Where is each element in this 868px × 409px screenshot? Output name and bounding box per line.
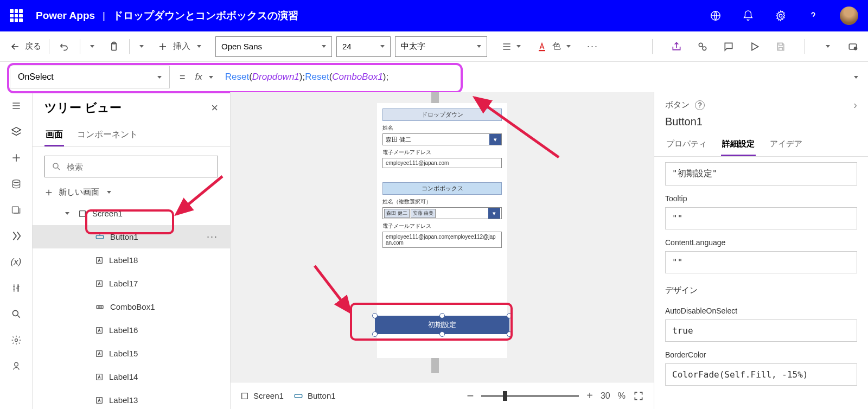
- help-icon[interactable]: [807, 10, 819, 22]
- new-screen-button[interactable]: 新しい画面: [33, 183, 230, 202]
- app-checker-icon[interactable]: [697, 41, 708, 52]
- app-name: ドロップダウンとコンボボックスの演習: [113, 9, 298, 23]
- button-icon: [95, 232, 105, 242]
- tree-item-label16[interactable]: Label16: [33, 318, 230, 342]
- tools-icon[interactable]: [10, 282, 22, 294]
- svg-rect-15: [80, 210, 86, 216]
- fit-screen-icon[interactable]: [633, 391, 644, 401]
- zoom-out-button[interactable]: −: [467, 389, 474, 403]
- breadcrumb-control[interactable]: Button1: [293, 391, 336, 401]
- undo-icon: [59, 41, 70, 52]
- publish-icon[interactable]: [847, 41, 858, 52]
- label-icon: [95, 326, 104, 335]
- fx-dropdown[interactable]: [207, 74, 215, 81]
- insert-button[interactable]: 挿入: [156, 39, 203, 54]
- close-panel-icon[interactable]: ×: [211, 101, 218, 115]
- svg-point-8: [854, 47, 857, 49]
- tree-item-combobox1[interactable]: ComboBox1: [33, 295, 230, 318]
- tab-ideas[interactable]: アイデア: [769, 133, 803, 156]
- settings-rail-icon[interactable]: [10, 334, 22, 346]
- control-help-icon[interactable]: ?: [695, 100, 705, 110]
- button-icon: [293, 391, 303, 401]
- tree-search-input[interactable]: [44, 156, 218, 177]
- paste-button[interactable]: [106, 39, 122, 54]
- svg-point-22: [101, 306, 101, 307]
- svg-point-20: [98, 306, 99, 307]
- font-color-icon: [537, 42, 547, 52]
- tree-item-screen1[interactable]: Screen1: [33, 202, 230, 225]
- svg-point-14: [53, 163, 58, 168]
- color-button[interactable]: 色: [535, 39, 573, 54]
- search-rail-icon[interactable]: [10, 308, 22, 320]
- breadcrumb-screen[interactable]: Screen1: [240, 391, 284, 400]
- virtual-agent-icon[interactable]: [10, 360, 22, 372]
- autodisable-label: AutoDisableOnSelect: [665, 306, 857, 315]
- svg-point-13: [14, 362, 18, 366]
- svg-point-9: [12, 180, 20, 183]
- save-icon[interactable]: [775, 41, 786, 52]
- tree-item-label18[interactable]: Label18: [33, 248, 230, 272]
- notifications-icon[interactable]: [742, 10, 754, 22]
- undo-dropdown[interactable]: [88, 43, 97, 50]
- bordercolor-input[interactable]: ColorFade(Self.Fill, -15%): [665, 363, 857, 386]
- undo-button[interactable]: [57, 39, 72, 54]
- canvas-screen[interactable]: ドロップダウン 姓名 森田 健二▾ 電子メールアドレス employee111@…: [377, 103, 507, 358]
- property-selector[interactable]: OnSelect: [10, 66, 170, 88]
- flows-icon[interactable]: [10, 230, 22, 242]
- tree-item-label17[interactable]: Label17: [33, 272, 230, 295]
- zoom-slider[interactable]: [481, 395, 579, 397]
- selected-button-control[interactable]: 初期設定: [375, 316, 509, 334]
- app-launcher-icon[interactable]: [10, 9, 23, 22]
- combo-icon: [95, 303, 105, 311]
- tab-screens[interactable]: 画面: [44, 125, 64, 146]
- tab-properties[interactable]: プロパティ: [665, 133, 708, 156]
- zoom-in-button[interactable]: +: [586, 389, 593, 402]
- tree-item-label14[interactable]: Label14: [33, 365, 230, 388]
- multi-email-display: employee111@japan.com;employee112@japan.…: [382, 232, 502, 248]
- tooltip-input[interactable]: "": [665, 207, 857, 229]
- autodisable-input[interactable]: true: [665, 319, 857, 342]
- text-property-input[interactable]: "初期設定": [665, 162, 857, 186]
- insert-rail-icon[interactable]: [10, 152, 22, 164]
- dropdown-control[interactable]: 森田 健二▾: [382, 133, 502, 145]
- title-divider: |: [103, 10, 105, 22]
- user-avatar[interactable]: [840, 7, 858, 25]
- tree-item-button1[interactable]: Button1···: [33, 225, 230, 248]
- environment-icon[interactable]: [710, 10, 722, 22]
- settings-icon[interactable]: [775, 10, 787, 22]
- arrow-left-icon: [10, 41, 21, 52]
- formula-expand-button[interactable]: [854, 76, 858, 79]
- combobox-control[interactable]: 森田 健二 安藤 由美 ▾: [382, 207, 502, 219]
- tree-item-label13[interactable]: Label13: [33, 388, 230, 409]
- combo-section-title: コンボボックス: [382, 182, 502, 195]
- hamburger-icon[interactable]: [10, 100, 22, 112]
- back-button[interactable]: 戻る: [10, 41, 41, 52]
- font-selector[interactable]: Open Sans: [215, 36, 332, 57]
- panel-expand-icon[interactable]: ›: [853, 99, 857, 111]
- tree-view-icon[interactable]: [10, 126, 22, 138]
- formula-input[interactable]: Reset(Dropdown1);Reset(ComboBox1);: [225, 72, 389, 82]
- paste-dropdown[interactable]: [137, 43, 146, 50]
- tree-item-label15[interactable]: Label15: [33, 342, 230, 365]
- tab-advanced[interactable]: 詳細設定: [721, 133, 756, 156]
- comments-icon[interactable]: [723, 41, 734, 52]
- preview-icon[interactable]: [749, 41, 760, 52]
- tooltip-label: Tooltip: [665, 194, 857, 203]
- bordercolor-label: BorderColor: [665, 350, 857, 359]
- media-icon[interactable]: [10, 204, 22, 216]
- save-dropdown[interactable]: [824, 43, 832, 50]
- share-icon[interactable]: [671, 41, 682, 52]
- multi-email-label: 電子メールアドレス: [382, 222, 502, 230]
- control-name: Button1: [654, 116, 868, 133]
- tree-panel-title: ツリー ビュー: [44, 100, 122, 116]
- annotation-arrow-button: [309, 260, 358, 320]
- variables-icon[interactable]: (x): [10, 256, 22, 268]
- data-icon[interactable]: [10, 178, 22, 190]
- clipboard-icon: [108, 41, 119, 52]
- contentlang-input[interactable]: "": [665, 251, 857, 273]
- tab-components[interactable]: コンポーネント: [76, 125, 139, 146]
- font-size-selector[interactable]: 24: [336, 36, 391, 57]
- font-weight-selector[interactable]: 中太字: [395, 36, 487, 57]
- align-button[interactable]: [499, 39, 523, 54]
- more-options[interactable]: ···: [585, 39, 601, 54]
